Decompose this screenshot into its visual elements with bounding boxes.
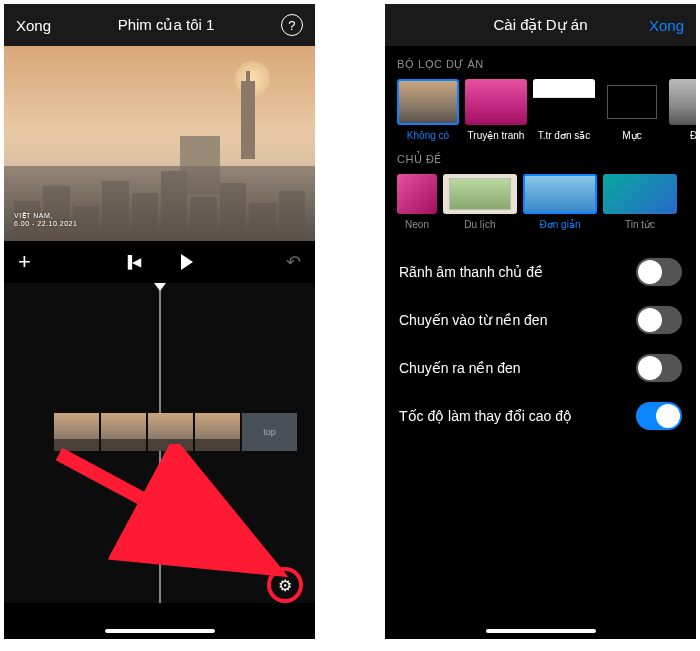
add-media-button[interactable]: + xyxy=(18,249,31,275)
project-settings-button[interactable]: ⚙ xyxy=(267,567,303,603)
done-button[interactable]: Xong xyxy=(16,17,51,34)
theme-list[interactable]: Neon Du lịch Đơn giản Tin tức xyxy=(385,174,696,230)
setting-label: Rãnh âm thanh chủ đề xyxy=(399,264,543,280)
theme-label: Du lịch xyxy=(443,219,517,230)
video-clip[interactable] xyxy=(148,413,193,451)
filter-thumbnail xyxy=(465,79,527,125)
project-title: Phim của tôi 1 xyxy=(118,16,215,34)
theme-thumbnail xyxy=(523,174,597,214)
video-preview[interactable]: VIỆT NAM, 6.00 - 22.10.2021 xyxy=(4,46,315,241)
theme-thumbnail xyxy=(397,174,437,214)
setting-fade-out-black: Chuyến ra nền đen xyxy=(399,344,682,392)
video-clip[interactable] xyxy=(101,413,146,451)
theme-label: Đơn giản xyxy=(523,219,597,230)
playback-controls: + ▐◀ ↶ xyxy=(4,241,315,283)
filter-label: T.tr đơn sắc xyxy=(533,130,595,141)
help-icon[interactable]: ? xyxy=(281,14,303,36)
video-clip[interactable] xyxy=(54,413,99,451)
filter-option[interactable]: Mực xyxy=(601,79,663,141)
skip-back-icon[interactable]: ▐◀ xyxy=(124,255,142,269)
theme-option[interactable]: Tin tức xyxy=(603,174,677,230)
filter-thumbnail xyxy=(533,79,595,125)
home-indicator[interactable] xyxy=(105,629,215,633)
video-clip[interactable]: top xyxy=(242,413,297,451)
setting-fade-in-black: Chuyến vào từ nền đen xyxy=(399,296,682,344)
filter-thumbnail xyxy=(397,79,459,125)
filter-label: Không có xyxy=(397,130,459,141)
toggle-switch[interactable] xyxy=(636,258,682,286)
setting-label: Tốc độ làm thay đổi cao độ xyxy=(399,408,572,424)
filter-label: Đ&T xyxy=(669,130,696,141)
undo-icon[interactable]: ↶ xyxy=(286,251,301,273)
toggle-switch[interactable] xyxy=(636,402,682,430)
gear-icon: ⚙ xyxy=(278,576,292,595)
section-themes-header: CHỦ ĐỀ xyxy=(385,141,696,174)
filter-option[interactable]: T.tr đơn sắc xyxy=(533,79,595,141)
theme-option[interactable]: Du lịch xyxy=(443,174,517,230)
filter-list[interactable]: Không có Truyện tranh T.tr đơn sắc Mực Đ… xyxy=(385,79,696,141)
filter-thumbnail xyxy=(669,79,696,125)
editor-screen: Xong Phim của tôi 1 ? VIỆT NAM, 6.00 - 2… xyxy=(4,4,315,639)
theme-option[interactable]: Đơn giản xyxy=(523,174,597,230)
settings-title: Cài đặt Dự án xyxy=(493,16,587,34)
home-indicator[interactable] xyxy=(486,629,596,633)
timeline[interactable]: top xyxy=(4,283,315,603)
setting-speed-pitch: Tốc độ làm thay đổi cao độ xyxy=(399,392,682,440)
theme-label: Neon xyxy=(397,219,437,230)
filter-label: Truyện tranh xyxy=(465,130,527,141)
theme-option[interactable]: Neon xyxy=(397,174,437,230)
editor-header: Xong Phim của tôi 1 ? xyxy=(4,4,315,46)
settings-header: Cài đặt Dự án Xong xyxy=(385,4,696,46)
setting-label: Chuyến vào từ nền đen xyxy=(399,312,547,328)
settings-list: Rãnh âm thanh chủ đề Chuyến vào từ nền đ… xyxy=(385,230,696,440)
filter-option[interactable]: Đ&T xyxy=(669,79,696,141)
video-clip[interactable] xyxy=(195,413,240,451)
theme-thumbnail xyxy=(603,174,677,214)
theme-label: Tin tức xyxy=(603,219,677,230)
setting-label: Chuyến ra nền đen xyxy=(399,360,521,376)
filter-option[interactable]: Không có xyxy=(397,79,459,141)
play-icon[interactable] xyxy=(181,254,193,270)
filter-thumbnail xyxy=(601,79,663,125)
done-button[interactable]: Xong xyxy=(649,17,684,34)
section-filters-header: BỘ LỌC DỰ ÁN xyxy=(385,46,696,79)
toggle-switch[interactable] xyxy=(636,354,682,382)
setting-theme-soundtrack: Rãnh âm thanh chủ đề xyxy=(399,248,682,296)
theme-thumbnail xyxy=(443,174,517,214)
clip-track: top xyxy=(54,413,297,451)
toggle-switch[interactable] xyxy=(636,306,682,334)
preview-caption: VIỆT NAM, 6.00 - 22.10.2021 xyxy=(14,212,77,227)
filter-option[interactable]: Truyện tranh xyxy=(465,79,527,141)
settings-screen: Cài đặt Dự án Xong BỘ LỌC DỰ ÁN Không có… xyxy=(385,4,696,639)
filter-label: Mực xyxy=(601,130,663,141)
